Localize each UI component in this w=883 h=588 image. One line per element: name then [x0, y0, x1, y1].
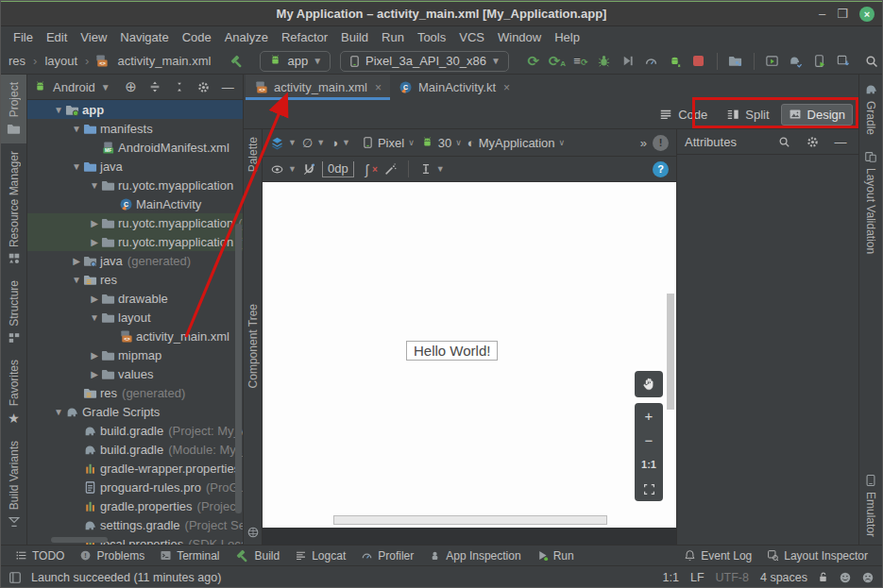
chevron-down-icon[interactable]: ▼: [101, 82, 110, 92]
tree-item-mipmap[interactable]: ▶mipmap: [27, 345, 243, 364]
hide-panel-icon[interactable]: —: [830, 131, 851, 152]
apply-changes-icon[interactable]: ⟳A: [547, 51, 568, 72]
tree-chevron-down-icon[interactable]: ▼: [70, 275, 83, 285]
sidebar-tab-resource-manager[interactable]: Resource Manager: [1, 143, 26, 273]
tree-item-mainactivity[interactable]: CMainActivity: [27, 194, 243, 213]
clear-constraints-icon[interactable]: ʃ×: [365, 161, 378, 177]
tree-chevron-down-icon[interactable]: ▼: [70, 124, 83, 134]
profile-icon[interactable]: [641, 51, 662, 72]
sad-feedback-icon[interactable]: [861, 571, 875, 584]
breadcrumb-file[interactable]: activity_main.xml: [115, 54, 212, 68]
toolwindow-button-event-log[interactable]: Event Log: [677, 546, 758, 565]
tree-item-res-generated[interactable]: res(generated): [27, 383, 243, 402]
sidebar-tab-favorites[interactable]: Favorites★: [1, 352, 26, 433]
apply-code-changes-icon[interactable]: ≡⟳: [570, 51, 591, 72]
tree-item-androidmanifest-xml[interactable]: MFAndroidManifest.xml: [27, 138, 243, 157]
canvas-vertical-scrollbar[interactable]: [667, 294, 674, 410]
search-everywhere-icon[interactable]: [861, 51, 882, 72]
project-horizontal-scrollbar[interactable]: [51, 537, 108, 543]
tree-item-build-gradle-module-my-application-app[interactable]: build.gradle(Module: My_Application.app): [27, 440, 243, 459]
issues-badge[interactable]: !: [653, 135, 669, 151]
toolwindow-button-app-inspection[interactable]: App Inspection: [422, 546, 527, 565]
device-selector[interactable]: Pixel_3a_API_30_x86 ▼: [340, 51, 509, 72]
menu-run[interactable]: Run: [375, 28, 411, 46]
sidebar-tab-gradle[interactable]: Gradle: [859, 75, 882, 143]
breadcrumb-layout[interactable]: layout: [42, 54, 79, 68]
device-mirroring-icon[interactable]: [809, 51, 830, 72]
night-mode-selector[interactable]: ◑▼: [331, 136, 350, 150]
device-manager-icon[interactable]: [725, 51, 746, 72]
tree-chevron-down-icon[interactable]: ▼: [70, 161, 83, 172]
tree-item-settings-gradle-project-settings[interactable]: settings.gradle(Project Settings): [27, 515, 243, 534]
hide-panel-icon[interactable]: —: [218, 76, 237, 97]
run-restart-icon[interactable]: ⟳: [523, 51, 544, 72]
zoom-fit-button[interactable]: [635, 477, 663, 501]
toolwindow-button-problems[interactable]: !Problems: [73, 546, 151, 565]
toolwindow-toggle-icon[interactable]: [8, 571, 22, 584]
expand-all-icon[interactable]: [145, 76, 164, 97]
tree-chevron-right-icon[interactable]: ▶: [88, 218, 101, 228]
search-icon[interactable]: [773, 131, 794, 152]
tree-item-proguard-rules-pro-proguard-rules-for-my-application[interactable]: proguard-rules.pro(ProGuard Rules for My…: [27, 478, 243, 496]
running-devices-icon[interactable]: [762, 51, 783, 72]
project-view-selector[interactable]: Android: [53, 80, 95, 94]
theme-selector[interactable]: ◐MyApplication∨: [467, 136, 565, 150]
menu-view[interactable]: View: [74, 28, 113, 46]
close-tab-icon[interactable]: ×: [373, 81, 382, 94]
tree-chevron-right-icon[interactable]: ▶: [88, 350, 101, 361]
menu-file[interactable]: File: [7, 28, 40, 46]
menu-help[interactable]: Help: [548, 28, 586, 46]
editor-tab-activity-main-xml[interactable]: <>activity_main.xml×: [246, 75, 390, 100]
happy-feedback-icon[interactable]: [839, 571, 852, 584]
textview-hello-world[interactable]: Hello World!: [406, 341, 498, 361]
design-surface-selector[interactable]: ▼: [270, 136, 297, 150]
tree-item-java[interactable]: ▼java: [27, 157, 243, 176]
toolwindow-button-terminal[interactable]: Terminal: [153, 546, 226, 565]
sidebar-tab-structure[interactable]: Structure: [1, 273, 26, 352]
toolwindow-button-todo[interactable]: TODO: [8, 546, 71, 565]
tree-item-ru-yotc-myapplication[interactable]: ▼ru.yotc.myapplication: [27, 176, 243, 194]
toolwindow-button-build[interactable]: Build: [229, 546, 287, 565]
tree-chevron-down-icon[interactable]: ▼: [88, 312, 101, 323]
sync-gradle-icon[interactable]: [786, 51, 807, 72]
tree-chevron-down-icon[interactable]: ▼: [52, 105, 65, 115]
tree-chevron-right-icon[interactable]: ▶: [88, 237, 101, 247]
stop-icon[interactable]: [688, 51, 709, 72]
zoom-in-button[interactable]: +: [635, 403, 663, 428]
toolwindow-button-profiler[interactable]: Profiler: [354, 546, 420, 565]
gear-icon[interactable]: [802, 131, 823, 152]
pan-tool-button[interactable]: [635, 371, 663, 397]
tree-chevron-down-icon[interactable]: ▼: [52, 407, 65, 417]
api-level-selector[interactable]: 30∨: [420, 136, 462, 150]
sdk-manager-icon[interactable]: [833, 51, 854, 72]
tree-item-gradle-scripts[interactable]: ▼Gradle Scripts: [27, 402, 243, 421]
autoconnect-icon[interactable]: [302, 162, 316, 176]
tree-item-build-gradle-project-my-application[interactable]: build.gradle(Project: My_Application): [27, 421, 243, 440]
debug-icon[interactable]: [594, 51, 615, 72]
layout-canvas[interactable]: Hello World! + − 1:1: [263, 182, 676, 528]
menu-code[interactable]: Code: [176, 28, 218, 46]
component-tree-tab[interactable]: Component Tree: [246, 304, 260, 388]
more-actions-icon[interactable]: »: [640, 136, 647, 150]
menu-edit[interactable]: Edit: [40, 28, 74, 46]
sidebar-tab-build-variants[interactable]: Build Variants: [1, 433, 26, 535]
tree-item-java-generated[interactable]: ▶java(generated): [27, 251, 243, 270]
sidebar-tab-layout-validation[interactable]: Layout Validation: [859, 143, 882, 261]
run-config-selector[interactable]: app ▼: [260, 51, 331, 72]
sidebar-tab-project[interactable]: Project: [1, 75, 26, 143]
close-tab-icon[interactable]: ×: [501, 81, 510, 94]
tree-item-drawable[interactable]: ▶drawable: [27, 289, 243, 308]
status-lf[interactable]: LF: [690, 571, 705, 584]
tree-item-values[interactable]: ▶values: [27, 364, 243, 383]
status-1-1[interactable]: 1:1: [663, 571, 679, 584]
tree-item-manifests[interactable]: ▼manifests: [27, 119, 243, 138]
infer-constraints-icon[interactable]: [383, 162, 398, 176]
tree-item-gradle-wrapper-properties-gradle-version[interactable]: gradle-wrapper.properties(Gradle Version…: [27, 459, 243, 478]
status-utf-8[interactable]: UTF-8: [716, 571, 749, 584]
locate-file-icon[interactable]: ⊕: [122, 76, 141, 97]
tree-chevron-right-icon[interactable]: ▶: [70, 256, 83, 266]
tree-item-app[interactable]: ▼app: [27, 100, 243, 119]
device-size-selector[interactable]: Pixel∨: [362, 136, 415, 150]
mode-button-design[interactable]: Design: [781, 104, 853, 126]
menu-tools[interactable]: Tools: [411, 28, 452, 46]
